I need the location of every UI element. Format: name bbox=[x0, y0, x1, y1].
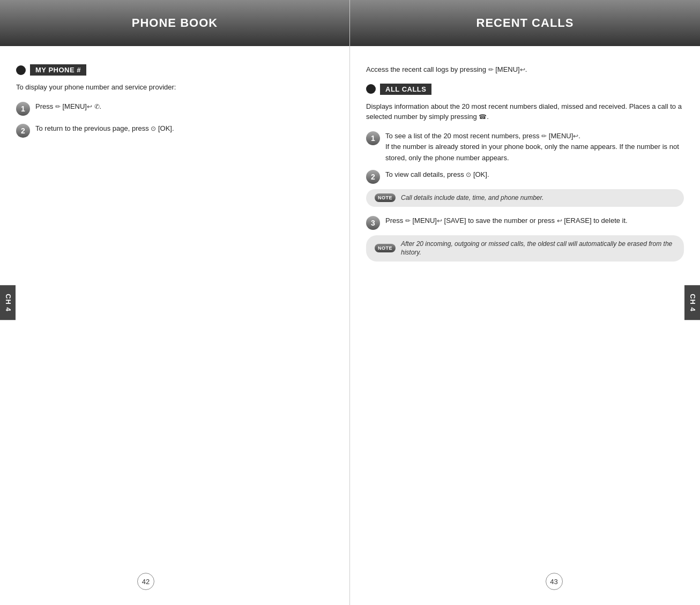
note-box-2: NOTE After 20 incoming, outgoing or miss… bbox=[366, 235, 684, 262]
ch-tab-left-label: CH 4 bbox=[4, 294, 12, 312]
ch-tab-right: CH 4 bbox=[684, 285, 700, 320]
page-number-43: 43 bbox=[546, 573, 563, 590]
step-2-number-right: 2 bbox=[371, 173, 375, 181]
step-2-left: 2 To return to the previous page, press … bbox=[16, 123, 333, 138]
menu-icon-s3: ✏ bbox=[405, 216, 411, 226]
menu-icon-s1: ✏ bbox=[541, 131, 547, 141]
recent-calls-title: RECENT CALLS bbox=[476, 16, 574, 29]
page-num-42-text: 42 bbox=[142, 578, 150, 586]
step-3-text-right: Press ✏ [MENU]↩ [SAVE] to save the numbe… bbox=[385, 215, 628, 227]
note-badge-2: NOTE bbox=[375, 244, 396, 252]
recent-calls-header: RECENT CALLS bbox=[350, 0, 700, 46]
step-1-badge-right: 1 bbox=[366, 131, 380, 145]
nav-icon-s1: ↩ bbox=[573, 131, 578, 141]
all-calls-bullet bbox=[366, 84, 376, 94]
step-3-right: 3 Press ✏ [MENU]↩ [SAVE] to save the num… bbox=[366, 215, 684, 230]
erase-icon-s3: ↩ bbox=[557, 216, 562, 226]
recent-calls-intro: Access the recent call logs by pressing … bbox=[366, 64, 684, 75]
all-calls-label: ALL CALLS bbox=[380, 84, 431, 95]
call-icon-rc: ☎ bbox=[479, 112, 487, 122]
right-panel: CH 4 RECENT CALLS Access the recent call… bbox=[350, 0, 700, 605]
ok-icon-left: ⊙ bbox=[151, 124, 156, 134]
recent-calls-content: Access the recent call logs by pressing … bbox=[350, 59, 700, 281]
my-phone-description: To display your phone number and service… bbox=[16, 82, 333, 93]
step-2-badge-right: 2 bbox=[366, 170, 380, 184]
step-1-text-left: Press ✏ [MENU]↩ ✆. bbox=[35, 101, 101, 113]
ch-tab-right-label: CH 4 bbox=[689, 294, 697, 312]
phone-book-header: PHONE BOOK bbox=[0, 0, 349, 46]
step-3-number-right: 3 bbox=[371, 219, 375, 227]
my-phone-label: MY PHONE # bbox=[30, 64, 86, 76]
all-calls-subheading: ALL CALLS bbox=[366, 84, 684, 95]
note-box-1: NOTE Call details include date, time, an… bbox=[366, 189, 684, 207]
step-1-number-left: 1 bbox=[21, 104, 25, 113]
my-phone-bullet bbox=[16, 65, 26, 75]
note-text-2: After 20 incoming, outgoing or missed ca… bbox=[401, 240, 675, 258]
page-spread: TX-110CCES 1210 2003.12.10 3:22 PM 페이지 4… bbox=[0, 0, 700, 605]
ch-tab-left: CH 4 bbox=[0, 285, 16, 320]
phone-book-content: MY PHONE # To display your phone number … bbox=[0, 59, 349, 156]
save-icon-s3: ↩ bbox=[437, 216, 442, 226]
step-1-right: 1 To see a list of the 20 most recent nu… bbox=[366, 131, 684, 164]
left-panel: CH 4 PHONE BOOK MY PHONE # To display yo… bbox=[0, 0, 350, 605]
page-number-42: 42 bbox=[137, 573, 154, 590]
step-3-badge-right: 3 bbox=[366, 216, 380, 230]
page-num-43-text: 43 bbox=[550, 578, 557, 586]
all-calls-description: Displays information about the 20 most r… bbox=[366, 101, 684, 122]
note-badge-1: NOTE bbox=[375, 193, 396, 202]
menu-icon-1: ✏ bbox=[55, 102, 61, 112]
nav-icon-rc: ↩ bbox=[520, 65, 525, 74]
ok-icon-right: ⊙ bbox=[466, 170, 471, 180]
step-1-text-right: To see a list of the 20 most recent numb… bbox=[385, 131, 684, 164]
my-phone-subheading: MY PHONE # bbox=[16, 64, 333, 76]
nav-icon-1: ↩ bbox=[87, 102, 92, 112]
menu-icon-rc: ✏ bbox=[488, 65, 494, 74]
dial-icon-1: ✆ bbox=[94, 102, 100, 112]
step-2-right: 2 To view call details, press ⊙ [OK]. bbox=[366, 169, 684, 184]
step-1-number-right: 1 bbox=[371, 134, 375, 143]
step-1-left: 1 Press ✏ [MENU]↩ ✆. bbox=[16, 101, 333, 116]
step-1-badge-left: 1 bbox=[16, 102, 30, 116]
step-2-text-left: To return to the previous page, press ⊙ … bbox=[35, 123, 174, 135]
step-2-number-left: 2 bbox=[21, 126, 25, 135]
note-text-1: Call details include date, time, and pho… bbox=[401, 193, 543, 203]
step-2-text-right: To view call details, press ⊙ [OK]. bbox=[385, 169, 489, 181]
step-2-badge-left: 2 bbox=[16, 124, 30, 138]
phone-book-title: PHONE BOOK bbox=[132, 16, 218, 29]
